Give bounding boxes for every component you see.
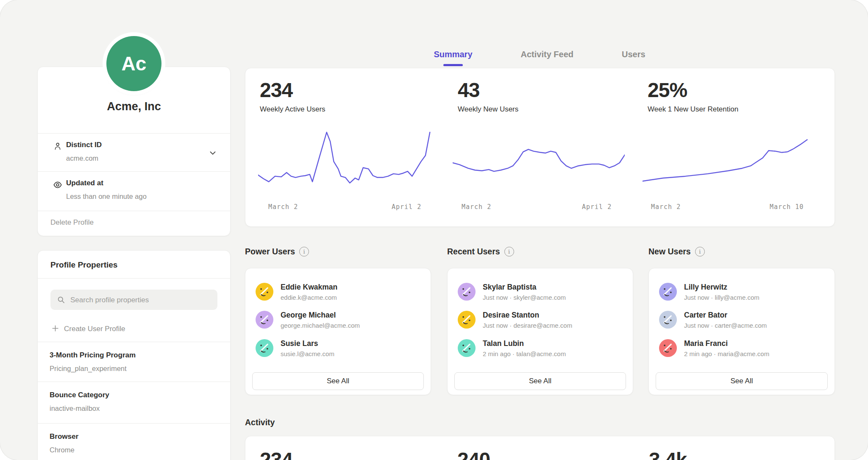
profile-properties-card: Profile Properties Create User Profile 3… bbox=[37, 250, 231, 460]
recent-users-card: Skylar Baptista Just now · skyler@acme.c… bbox=[447, 268, 633, 395]
delete-profile-button[interactable]: Delete Profile bbox=[38, 211, 230, 235]
user-name: George Michael bbox=[281, 311, 360, 320]
info-icon[interactable] bbox=[504, 247, 514, 256]
user-avatar bbox=[458, 283, 476, 301]
search-icon bbox=[57, 296, 65, 304]
info-icon[interactable] bbox=[695, 247, 705, 256]
stat-weekly-active-users: 234 bbox=[260, 78, 292, 102]
stat-week1-retention: 25% bbox=[648, 78, 687, 102]
section-heading-power-users: Power Users bbox=[245, 247, 309, 256]
user-avatar bbox=[256, 311, 273, 329]
field-label: Updated at bbox=[66, 179, 103, 187]
power-users-card: Eddie Kwakman eddie.k@acme.com George Mi… bbox=[245, 268, 431, 395]
user-row[interactable]: Talan Lubin 2 min ago · talan@acme.com bbox=[458, 335, 623, 361]
property-row[interactable]: Bounce Category inactive-mailbox bbox=[38, 382, 230, 423]
see-all-button[interactable]: See All bbox=[656, 372, 828, 390]
user-avatar bbox=[256, 339, 273, 357]
create-user-profile-label: Create User Profile bbox=[64, 325, 125, 333]
activity-heading: Activity bbox=[245, 418, 275, 427]
user-avatar bbox=[659, 283, 677, 301]
new-users-card: Lilly Herwitz Just now · lilly@acme.com … bbox=[648, 268, 835, 395]
user-subtitle: Just now · carter@acme.com bbox=[684, 322, 767, 329]
user-subtitle: george.michael@acme.com bbox=[281, 322, 360, 329]
weekly-new-users-chart bbox=[453, 129, 625, 197]
property-value: Pricing_plan_experiment bbox=[50, 365, 127, 373]
delete-profile-label: Delete Profile bbox=[50, 218, 94, 227]
user-row[interactable]: Maria Franci 2 min ago · maria@acme.com bbox=[659, 335, 824, 361]
activity-stat: 3.4k bbox=[649, 448, 687, 460]
company-name: Acme, Inc bbox=[38, 100, 230, 113]
x-tick: March 2 bbox=[651, 203, 681, 211]
stat-weekly-new-users: 43 bbox=[458, 78, 479, 102]
distinct-id-row[interactable]: Distinct ID acme.com bbox=[38, 133, 230, 171]
property-label: Bounce Category bbox=[50, 391, 109, 399]
week1-retention-chart bbox=[643, 129, 814, 197]
user-subtitle: Just now · lilly@acme.com bbox=[684, 294, 760, 301]
x-tick: March 2 bbox=[268, 203, 298, 211]
user-row[interactable]: Carter Bator Just now · carter@acme.com bbox=[659, 307, 824, 333]
divider bbox=[38, 278, 230, 279]
profile-summary-card: Acme, Inc Distinct ID acme.com bbox=[37, 67, 231, 236]
tab-users[interactable]: Users bbox=[622, 48, 645, 62]
user-name: Maria Franci bbox=[684, 339, 769, 348]
tab-summary[interactable]: Summary bbox=[434, 48, 472, 62]
user-subtitle: 2 min ago · talan@acme.com bbox=[483, 350, 566, 357]
stat-label: Weekly Active Users bbox=[260, 105, 326, 114]
user-avatar bbox=[458, 339, 476, 357]
property-row[interactable]: 3-Month Pricing Program Pricing_plan_exp… bbox=[38, 342, 230, 382]
user-row[interactable]: Skylar Baptista Just now · skyler@acme.c… bbox=[458, 279, 623, 305]
x-tick: March 10 bbox=[770, 203, 804, 211]
user-subtitle: eddie.k@acme.com bbox=[281, 294, 337, 301]
property-label: 3-Month Pricing Program bbox=[50, 351, 136, 360]
tab-bar: Summary Activity Feed Users bbox=[245, 48, 834, 62]
user-avatar bbox=[458, 311, 476, 329]
user-row[interactable]: George Michael george.michael@acme.com bbox=[256, 307, 420, 333]
field-label: Distinct ID bbox=[66, 141, 102, 149]
property-row[interactable]: Browser Chrome bbox=[38, 423, 230, 460]
user-subtitle: 2 min ago · maria@acme.com bbox=[684, 350, 769, 357]
updated-at-row: Updated at Less than one minute ago bbox=[38, 171, 230, 211]
chevron-down-icon[interactable] bbox=[208, 148, 217, 158]
weekly-active-users-chart bbox=[258, 129, 436, 197]
property-value: inactive-mailbox bbox=[50, 404, 100, 413]
section-heading-new-users: New Users bbox=[648, 247, 705, 256]
user-subtitle: Just now · skyler@acme.com bbox=[483, 294, 566, 301]
see-all-button[interactable]: See All bbox=[252, 372, 424, 390]
section-heading-recent-users: Recent Users bbox=[447, 247, 514, 256]
user-name: Lilly Herwitz bbox=[684, 283, 760, 292]
section-title: Recent Users bbox=[447, 247, 500, 256]
activity-stat: 234 bbox=[260, 448, 292, 460]
summary-stats-card: 234 Weekly Active Users March 2 April 2 … bbox=[245, 68, 835, 227]
field-value: acme.com bbox=[66, 154, 98, 162]
profile-properties-search[interactable] bbox=[50, 290, 217, 310]
x-tick: March 2 bbox=[462, 203, 491, 211]
user-row[interactable]: Desirae Stanton Just now · desirare@acme… bbox=[458, 307, 623, 333]
user-row[interactable]: Susie Lars susie.l@acme.com bbox=[256, 335, 420, 361]
user-row[interactable]: Lilly Herwitz Just now · lilly@acme.com bbox=[659, 279, 824, 305]
user-avatar bbox=[256, 283, 273, 301]
stat-label: Weekly New Users bbox=[458, 105, 518, 114]
user-avatar bbox=[659, 311, 677, 329]
section-title: New Users bbox=[648, 247, 691, 256]
user-row[interactable]: Eddie Kwakman eddie.k@acme.com bbox=[256, 279, 420, 305]
user-name: Carter Bator bbox=[684, 311, 767, 320]
info-icon[interactable] bbox=[299, 247, 309, 256]
company-avatar: Ac bbox=[106, 36, 161, 91]
search-input[interactable] bbox=[70, 290, 215, 311]
property-value: Chrome bbox=[50, 446, 75, 454]
user-avatar bbox=[659, 339, 677, 357]
activity-card: 234 240 3.4k bbox=[245, 436, 835, 460]
user-name: Susie Lars bbox=[281, 339, 334, 348]
user-subtitle: susie.l@acme.com bbox=[281, 350, 334, 357]
plus-icon bbox=[51, 324, 59, 332]
profile-dashboard: Ac Acme, Inc Distinct ID acme.com bbox=[0, 0, 868, 460]
section-title: Power Users bbox=[245, 247, 295, 256]
tab-activity-feed[interactable]: Activity Feed bbox=[521, 48, 573, 62]
user-name: Desirae Stanton bbox=[483, 311, 572, 320]
user-name: Eddie Kwakman bbox=[281, 283, 337, 292]
create-user-profile-button[interactable]: Create User Profile bbox=[38, 318, 230, 341]
see-all-button[interactable]: See All bbox=[454, 372, 626, 390]
x-tick: April 2 bbox=[392, 203, 421, 211]
x-tick: April 2 bbox=[582, 203, 612, 211]
eye-icon bbox=[53, 180, 62, 190]
